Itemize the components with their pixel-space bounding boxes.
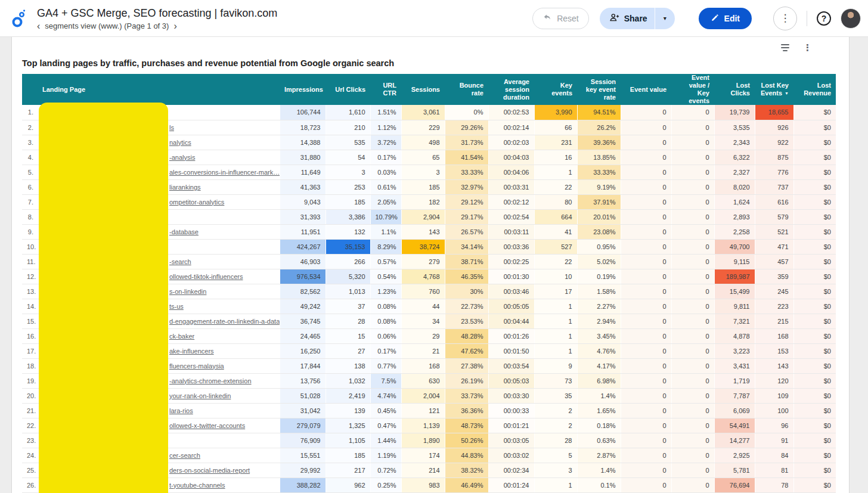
landing-page-link[interactable]: liarankings — [169, 184, 201, 191]
cell-session_key_event_rate: 1.58% — [577, 284, 621, 299]
landing-page-link[interactable]: ls — [169, 124, 174, 131]
cell-impressions: 41,363 — [280, 179, 326, 194]
cell-sessions: 182 — [401, 194, 445, 209]
cell-lost_clicks: 3,535 — [714, 120, 755, 135]
chart-more-icon[interactable]: ⋮ — [803, 42, 812, 53]
next-page-icon[interactable]: › — [173, 22, 176, 30]
user-avatar[interactable] — [841, 8, 861, 29]
cell-event_value_per_key_events: 0 — [671, 418, 714, 433]
column-header-sessions[interactable]: Sessions — [401, 74, 445, 105]
cell-impressions: 82,562 — [280, 284, 326, 299]
cell-key_events: 41 — [534, 224, 577, 239]
cell-lost_key_events: 109 — [755, 388, 793, 403]
landing-page-link[interactable]: d-engagement-rate-on-linkedin-a-data… — [169, 318, 280, 325]
cell-bounce_rate: 32.97% — [445, 179, 488, 194]
cell-impressions: 76,909 — [280, 433, 326, 448]
column-header-avg_session_duration[interactable]: Average session duration — [488, 74, 534, 105]
landing-page-link[interactable]: s-on-linkedin — [169, 288, 206, 295]
landing-page-link[interactable]: ollowed-x-twitter-accounts — [169, 422, 245, 429]
cell-lost_revenue: $0 — [793, 328, 836, 343]
landing-page-link[interactable]: ales-conversions-in-influencer-mark… — [169, 169, 280, 176]
share-dropdown-button[interactable]: ▼ — [655, 8, 675, 29]
row-index: 21. — [22, 403, 39, 418]
cell-impressions: 16,250 — [280, 343, 326, 358]
landing-page-link[interactable]: t-youtube-channels — [169, 482, 225, 489]
landing-page-link[interactable]: -analysis — [169, 154, 195, 161]
cell-lost_key_events: 737 — [755, 179, 793, 194]
column-header-url_ctr[interactable]: URL CTR — [370, 74, 401, 105]
cell-bounce_rate: 38.71% — [445, 254, 488, 269]
column-header-url_clicks[interactable]: Url Clicks — [326, 74, 370, 105]
landing-page-link[interactable]: cer-search — [169, 452, 200, 459]
help-button[interactable]: ? — [817, 11, 831, 26]
column-header-key_events[interactable]: Key events — [534, 74, 577, 105]
cell-url_ctr: 1.19% — [370, 448, 401, 463]
page-nav-label[interactable]: segments view (www.) (Page 1 of 3) — [45, 21, 169, 30]
column-header-bounce_rate[interactable]: Bounce rate — [445, 74, 488, 105]
reset-button[interactable]: Reset — [532, 8, 589, 29]
person-add-icon — [609, 13, 619, 24]
cell-lost_revenue: $0 — [793, 135, 836, 150]
landing-page-link[interactable]: lara-rios — [169, 407, 193, 414]
cell-sessions: 21 — [401, 343, 445, 358]
report-title[interactable]: GA4 + GSC Merge, SEO forecasting | favik… — [37, 6, 277, 20]
share-button[interactable]: Share ▼ — [600, 8, 675, 29]
cell-sessions: 168 — [401, 358, 445, 373]
share-main[interactable]: Share — [600, 8, 655, 29]
landing-page-link[interactable]: ompetitor-analytics — [169, 199, 224, 206]
cell-event_value_per_key_events: 0 — [671, 120, 714, 135]
column-header-lost_revenue[interactable]: Lost Revenue — [793, 74, 836, 105]
landing-page-link[interactable]: ake-influencers — [169, 348, 214, 355]
landing-page-link[interactable]: nalytics — [169, 139, 191, 146]
cell-avg_session_duration: 00:01:50 — [488, 343, 534, 358]
landing-page-link[interactable]: ollowed-tiktok-influencers — [169, 273, 243, 280]
cell-url_clicks: 27 — [326, 343, 370, 358]
cell-avg_session_duration: 00:02:14 — [488, 120, 534, 135]
column-header-lost_key_events[interactable]: Lost Key Events▼ — [755, 74, 793, 105]
more-options-button[interactable]: ⋮ — [773, 7, 797, 30]
cell-lost_clicks: 6,069 — [714, 403, 755, 418]
column-header-landing_page[interactable]: Landing Page — [39, 74, 280, 105]
cell-lost_revenue: $0 — [793, 448, 836, 463]
pencil-icon — [711, 13, 720, 24]
cell-session_key_event_rate: 0.1% — [577, 478, 621, 492]
cell-avg_session_duration: 00:05:03 — [488, 373, 534, 388]
column-header-event_value_per_key_events[interactable]: Event value / Key events — [671, 74, 714, 105]
cell-event_value_per_key_events: 0 — [671, 388, 714, 403]
cell-key_events: 3,990 — [534, 105, 577, 120]
landing-page-link[interactable]: -database — [169, 228, 199, 235]
cell-bounce_rate: 48.73% — [445, 418, 488, 433]
landing-page-link[interactable]: ck-baker — [169, 333, 194, 340]
cell-event_value: 0 — [621, 418, 671, 433]
edit-button[interactable]: Edit — [699, 8, 752, 29]
cell-sessions: 174 — [401, 448, 445, 463]
column-header-session_key_event_rate[interactable]: Session key event rate — [577, 74, 621, 105]
looker-studio-logo-icon[interactable] — [8, 7, 30, 30]
prev-page-icon[interactable]: ‹ — [37, 22, 40, 30]
cell-sessions: 2,904 — [401, 209, 445, 224]
landing-page-link[interactable]: ts-us — [169, 303, 184, 310]
landing-page-link[interactable]: -analytics-chrome-extension — [169, 377, 252, 385]
cell-event_value: 0 — [621, 343, 671, 358]
cell-avg_session_duration: 00:00:33 — [488, 403, 534, 418]
cell-url_ctr: 3.72% — [370, 135, 401, 150]
cell-avg_session_duration: 00:05:05 — [488, 299, 534, 314]
filter-icon[interactable] — [779, 42, 791, 53]
landing-page-link[interactable]: fluencers-malaysia — [169, 362, 224, 370]
cell-avg_session_duration: 00:02:54 — [488, 209, 534, 224]
redaction-overlay — [39, 103, 168, 493]
cell-impressions: 31,042 — [280, 403, 326, 418]
cell-session_key_event_rate: 2.87% — [577, 448, 621, 463]
cell-avg_session_duration: 00:03:30 — [488, 388, 534, 403]
landing-page-link[interactable]: -search — [169, 258, 191, 265]
column-header-impressions[interactable]: Impressions — [280, 74, 326, 105]
help-icon: ? — [822, 14, 827, 23]
report-canvas: ⋮ Top landing pages by traffic, purchase… — [11, 37, 850, 493]
cell-event_value: 0 — [621, 150, 671, 165]
landing-page-link[interactable]: your-rank-on-linkedin — [169, 392, 231, 399]
column-header-lost_clicks[interactable]: Lost Clicks — [714, 74, 755, 105]
landing-page-link[interactable]: ders-on-social-media-report — [169, 467, 250, 474]
column-header-index[interactable] — [22, 74, 39, 105]
column-header-event_value[interactable]: Event value — [621, 74, 671, 105]
cell-session_key_event_rate: 13.85% — [577, 150, 621, 165]
